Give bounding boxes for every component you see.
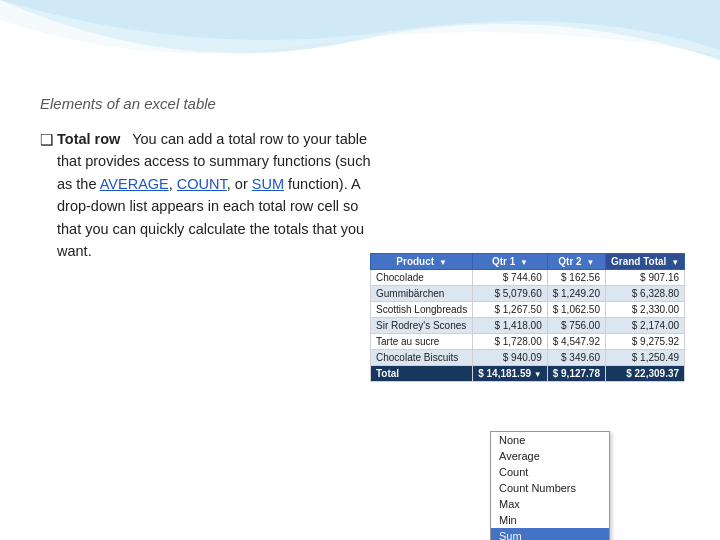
table-header-row: Product ▼ Qtr 1 ▼ Qtr 2 ▼ Grand Total ▼ [371, 253, 685, 269]
col-qtr2: Qtr 2 ▼ [547, 253, 605, 269]
qtr1-cell: $ 5,079.60 [473, 285, 548, 301]
qtr2-header-arrow[interactable]: ▼ [586, 258, 594, 267]
dropdown-menu-item[interactable]: None [491, 432, 609, 448]
total-row-label: Total row [57, 131, 120, 147]
qtr1-cell: $ 1,267.50 [473, 301, 548, 317]
body-text: ❑ Total row You can add a total row to y… [40, 128, 380, 263]
qtr1-cell: $ 1,728.00 [473, 333, 548, 349]
bullet-symbol: ❑ [40, 128, 53, 263]
product-cell: Scottish Longbreads [371, 301, 473, 317]
qtr2-cell: $ 1,062.50 [547, 301, 605, 317]
qtr1-header-arrow[interactable]: ▼ [520, 258, 528, 267]
qtr2-cell: $ 4,547.92 [547, 333, 605, 349]
product-cell: Gummibärchen [371, 285, 473, 301]
excel-table: Product ▼ Qtr 1 ▼ Qtr 2 ▼ Grand Total ▼ [370, 253, 685, 382]
grand-total-cell: $ 9,275.92 [605, 333, 684, 349]
col-qtr1: Qtr 1 ▼ [473, 253, 548, 269]
dropdown-menu-item[interactable]: Max [491, 496, 609, 512]
dropdown-menu-item[interactable]: Average [491, 448, 609, 464]
count-link[interactable]: COUNT [177, 176, 227, 192]
total-row-dropdown[interactable]: NoneAverageCountCount NumbersMaxMinSumSt… [490, 431, 610, 540]
grand-total-cell: $ 2,174.00 [605, 317, 684, 333]
average-link[interactable]: AVERAGE [100, 176, 169, 192]
grand-total-cell: $ 6,328.80 [605, 285, 684, 301]
col-grand-total: Grand Total ▼ [605, 253, 684, 269]
qtr1-cell: $ 744.60 [473, 269, 548, 285]
qtr1-cell: $ 1,418.00 [473, 317, 548, 333]
table-row: Tarte au sucre$ 1,728.00$ 4,547.92$ 9,27… [371, 333, 685, 349]
sum-link[interactable]: SUM [252, 176, 284, 192]
slide-title: Elements of an excel table [40, 95, 680, 112]
table-row: Chocolade$ 744.60$ 162.56$ 907.16 [371, 269, 685, 285]
product-cell: Sir Rodrey's Scones [371, 317, 473, 333]
product-header-label: Product [396, 256, 434, 267]
grand-total-header-arrow[interactable]: ▼ [671, 258, 679, 267]
slide-content: Elements of an excel table ❑ Total row Y… [0, 0, 720, 402]
qtr1-cell: $ 940.09 [473, 349, 548, 365]
qtr2-cell: $ 162.56 [547, 269, 605, 285]
total-label: Total [371, 365, 473, 381]
product-cell: Chocolade [371, 269, 473, 285]
table-row: Chocolate Biscuits$ 940.09$ 349.60$ 1,25… [371, 349, 685, 365]
grand-total-header-label: Grand Total [611, 256, 666, 267]
dropdown-menu-item[interactable]: Min [491, 512, 609, 528]
bullet-text: Total row You can add a total row to you… [57, 128, 380, 263]
grand-total-cell: $ 2,330.00 [605, 301, 684, 317]
product-cell: Chocolate Biscuits [371, 349, 473, 365]
dropdown-menu-item[interactable]: Sum [491, 528, 609, 540]
grand-total-cell: $ 907.16 [605, 269, 684, 285]
table-body: Chocolade$ 744.60$ 162.56$ 907.16Gummibä… [371, 269, 685, 381]
excel-area: Product ▼ Qtr 1 ▼ Qtr 2 ▼ Grand Total ▼ [370, 253, 680, 382]
product-header-arrow[interactable]: ▼ [439, 258, 447, 267]
table-row: Scottish Longbreads$ 1,267.50$ 1,062.50$… [371, 301, 685, 317]
total-row: Total$ 14,181.59 ▼$ 9,127.78$ 22,309.37 [371, 365, 685, 381]
dropdown-menu-item[interactable]: Count Numbers [491, 480, 609, 496]
col-product: Product ▼ [371, 253, 473, 269]
total-qtr1-dropdown-arrow[interactable]: ▼ [534, 370, 542, 379]
qtr2-header-label: Qtr 2 [558, 256, 581, 267]
qtr2-cell: $ 1,249.20 [547, 285, 605, 301]
qtr1-header-label: Qtr 1 [492, 256, 515, 267]
qtr2-cell: $ 756.00 [547, 317, 605, 333]
table-row: Sir Rodrey's Scones$ 1,418.00$ 756.00$ 2… [371, 317, 685, 333]
table-row: Gummibärchen$ 5,079.60$ 1,249.20$ 6,328.… [371, 285, 685, 301]
product-cell: Tarte au sucre [371, 333, 473, 349]
qtr2-cell: $ 349.60 [547, 349, 605, 365]
bullet-item: ❑ Total row You can add a total row to y… [40, 128, 380, 263]
total-grand-total: $ 22,309.37 [605, 365, 684, 381]
grand-total-cell: $ 1,250.49 [605, 349, 684, 365]
dropdown-menu-item[interactable]: Count [491, 464, 609, 480]
total-qtr2: $ 9,127.78 [547, 365, 605, 381]
total-qtr1: $ 14,181.59 ▼ [473, 365, 548, 381]
